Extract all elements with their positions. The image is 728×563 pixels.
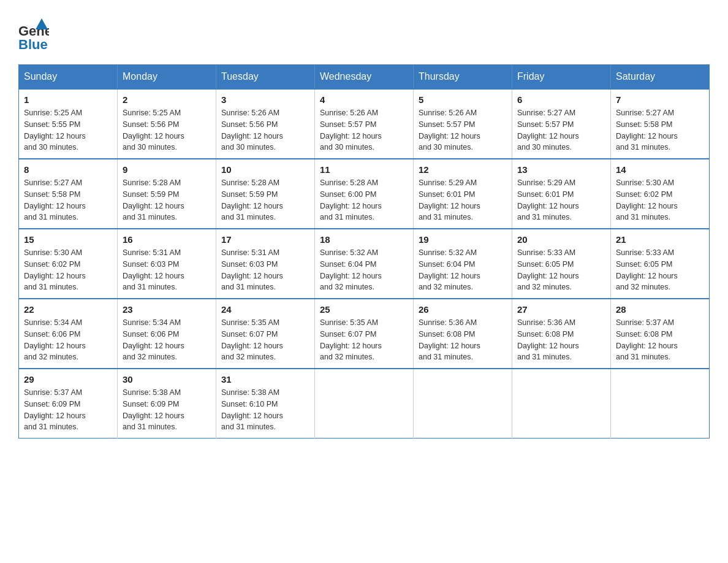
calendar-cell: 1 Sunrise: 5:25 AMSunset: 5:55 PMDayligh…	[19, 89, 118, 159]
calendar-cell: 13 Sunrise: 5:29 AMSunset: 6:01 PMDaylig…	[512, 159, 611, 229]
calendar-cell: 12 Sunrise: 5:29 AMSunset: 6:01 PMDaylig…	[414, 159, 512, 229]
day-number: 3	[221, 94, 309, 105]
day-number: 10	[221, 164, 309, 175]
calendar-cell: 7 Sunrise: 5:27 AMSunset: 5:58 PMDayligh…	[611, 89, 710, 159]
calendar-cell: 29 Sunrise: 5:37 AMSunset: 6:09 PMDaylig…	[19, 369, 118, 439]
day-info: Sunrise: 5:28 AMSunset: 6:00 PMDaylight:…	[320, 177, 408, 223]
calendar-cell: 18 Sunrise: 5:32 AMSunset: 6:04 PMDaylig…	[315, 229, 414, 299]
day-number: 15	[24, 234, 112, 245]
day-info: Sunrise: 5:38 AMSunset: 6:10 PMDaylight:…	[221, 387, 309, 433]
day-number: 7	[616, 94, 704, 105]
day-number: 1	[24, 94, 112, 105]
day-info: Sunrise: 5:28 AMSunset: 5:59 PMDaylight:…	[123, 177, 211, 223]
day-info: Sunrise: 5:37 AMSunset: 6:09 PMDaylight:…	[24, 387, 112, 433]
weekday-monday: Monday	[118, 65, 216, 90]
weekday-friday: Friday	[512, 65, 611, 90]
calendar-cell: 9 Sunrise: 5:28 AMSunset: 5:59 PMDayligh…	[118, 159, 216, 229]
week-row-3: 15 Sunrise: 5:30 AMSunset: 6:02 PMDaylig…	[19, 229, 710, 299]
day-info: Sunrise: 5:36 AMSunset: 6:08 PMDaylight:…	[419, 317, 507, 363]
day-info: Sunrise: 5:28 AMSunset: 5:59 PMDaylight:…	[221, 177, 309, 223]
day-number: 24	[221, 304, 309, 315]
day-number: 9	[123, 164, 211, 175]
page-header: General Blue	[18, 18, 710, 52]
day-info: Sunrise: 5:36 AMSunset: 6:08 PMDaylight:…	[517, 317, 605, 363]
day-info: Sunrise: 5:30 AMSunset: 6:02 PMDaylight:…	[616, 177, 704, 223]
calendar-cell: 31 Sunrise: 5:38 AMSunset: 6:10 PMDaylig…	[216, 369, 315, 439]
weekday-header-row: SundayMondayTuesdayWednesdayThursdayFrid…	[19, 65, 710, 90]
week-row-4: 22 Sunrise: 5:34 AMSunset: 6:06 PMDaylig…	[19, 299, 710, 369]
day-number: 6	[517, 94, 605, 105]
day-number: 21	[616, 234, 704, 245]
day-number: 28	[616, 304, 704, 315]
day-number: 26	[419, 304, 507, 315]
day-number: 29	[24, 374, 112, 385]
day-number: 14	[616, 164, 704, 175]
calendar-cell: 27 Sunrise: 5:36 AMSunset: 6:08 PMDaylig…	[512, 299, 611, 369]
day-info: Sunrise: 5:27 AMSunset: 5:58 PMDaylight:…	[24, 177, 112, 223]
day-info: Sunrise: 5:26 AMSunset: 5:57 PMDaylight:…	[419, 107, 507, 153]
day-number: 18	[320, 234, 408, 245]
day-info: Sunrise: 5:27 AMSunset: 5:58 PMDaylight:…	[616, 107, 704, 153]
calendar-cell: 24 Sunrise: 5:35 AMSunset: 6:07 PMDaylig…	[216, 299, 315, 369]
day-info: Sunrise: 5:26 AMSunset: 5:56 PMDaylight:…	[221, 107, 309, 153]
day-number: 23	[123, 304, 211, 315]
logo-icon: General Blue	[18, 18, 49, 52]
day-info: Sunrise: 5:31 AMSunset: 6:03 PMDaylight:…	[221, 247, 309, 293]
day-number: 20	[517, 234, 605, 245]
calendar-cell: 11 Sunrise: 5:28 AMSunset: 6:00 PMDaylig…	[315, 159, 414, 229]
weekday-wednesday: Wednesday	[315, 65, 414, 90]
week-row-5: 29 Sunrise: 5:37 AMSunset: 6:09 PMDaylig…	[19, 369, 710, 439]
day-info: Sunrise: 5:35 AMSunset: 6:07 PMDaylight:…	[320, 317, 408, 363]
day-number: 5	[419, 94, 507, 105]
logo: General Blue	[18, 18, 49, 52]
day-number: 19	[419, 234, 507, 245]
calendar-cell: 14 Sunrise: 5:30 AMSunset: 6:02 PMDaylig…	[611, 159, 710, 229]
day-info: Sunrise: 5:29 AMSunset: 6:01 PMDaylight:…	[419, 177, 507, 223]
calendar-cell: 20 Sunrise: 5:33 AMSunset: 6:05 PMDaylig…	[512, 229, 611, 299]
calendar-cell	[611, 369, 710, 439]
day-number: 17	[221, 234, 309, 245]
calendar-cell: 3 Sunrise: 5:26 AMSunset: 5:56 PMDayligh…	[216, 89, 315, 159]
calendar-cell: 10 Sunrise: 5:28 AMSunset: 5:59 PMDaylig…	[216, 159, 315, 229]
day-number: 27	[517, 304, 605, 315]
day-number: 13	[517, 164, 605, 175]
calendar-cell: 22 Sunrise: 5:34 AMSunset: 6:06 PMDaylig…	[19, 299, 118, 369]
day-info: Sunrise: 5:38 AMSunset: 6:09 PMDaylight:…	[123, 387, 211, 433]
day-info: Sunrise: 5:33 AMSunset: 6:05 PMDaylight:…	[616, 247, 704, 293]
weekday-thursday: Thursday	[414, 65, 512, 90]
day-number: 31	[221, 374, 309, 385]
calendar-cell: 8 Sunrise: 5:27 AMSunset: 5:58 PMDayligh…	[19, 159, 118, 229]
calendar-cell: 26 Sunrise: 5:36 AMSunset: 6:08 PMDaylig…	[414, 299, 512, 369]
calendar-cell: 25 Sunrise: 5:35 AMSunset: 6:07 PMDaylig…	[315, 299, 414, 369]
calendar-cell: 17 Sunrise: 5:31 AMSunset: 6:03 PMDaylig…	[216, 229, 315, 299]
day-info: Sunrise: 5:26 AMSunset: 5:57 PMDaylight:…	[320, 107, 408, 153]
calendar-cell: 21 Sunrise: 5:33 AMSunset: 6:05 PMDaylig…	[611, 229, 710, 299]
week-row-1: 1 Sunrise: 5:25 AMSunset: 5:55 PMDayligh…	[19, 89, 710, 159]
day-info: Sunrise: 5:37 AMSunset: 6:08 PMDaylight:…	[616, 317, 704, 363]
weekday-tuesday: Tuesday	[216, 65, 315, 90]
calendar-cell	[315, 369, 414, 439]
calendar-cell: 15 Sunrise: 5:30 AMSunset: 6:02 PMDaylig…	[19, 229, 118, 299]
day-number: 12	[419, 164, 507, 175]
calendar-cell	[512, 369, 611, 439]
weekday-sunday: Sunday	[19, 65, 118, 90]
day-info: Sunrise: 5:25 AMSunset: 5:55 PMDaylight:…	[24, 107, 112, 153]
calendar-cell	[414, 369, 512, 439]
day-info: Sunrise: 5:29 AMSunset: 6:01 PMDaylight:…	[517, 177, 605, 223]
day-info: Sunrise: 5:32 AMSunset: 6:04 PMDaylight:…	[320, 247, 408, 293]
calendar-cell: 16 Sunrise: 5:31 AMSunset: 6:03 PMDaylig…	[118, 229, 216, 299]
day-number: 8	[24, 164, 112, 175]
calendar-cell: 30 Sunrise: 5:38 AMSunset: 6:09 PMDaylig…	[118, 369, 216, 439]
calendar-cell: 2 Sunrise: 5:25 AMSunset: 5:56 PMDayligh…	[118, 89, 216, 159]
calendar-cell: 4 Sunrise: 5:26 AMSunset: 5:57 PMDayligh…	[315, 89, 414, 159]
calendar-table: SundayMondayTuesdayWednesdayThursdayFrid…	[18, 64, 710, 439]
day-number: 25	[320, 304, 408, 315]
day-info: Sunrise: 5:25 AMSunset: 5:56 PMDaylight:…	[123, 107, 211, 153]
day-info: Sunrise: 5:31 AMSunset: 6:03 PMDaylight:…	[123, 247, 211, 293]
day-number: 4	[320, 94, 408, 105]
day-number: 16	[123, 234, 211, 245]
weekday-saturday: Saturday	[611, 65, 710, 90]
day-number: 30	[123, 374, 211, 385]
day-info: Sunrise: 5:27 AMSunset: 5:57 PMDaylight:…	[517, 107, 605, 153]
day-info: Sunrise: 5:35 AMSunset: 6:07 PMDaylight:…	[221, 317, 309, 363]
